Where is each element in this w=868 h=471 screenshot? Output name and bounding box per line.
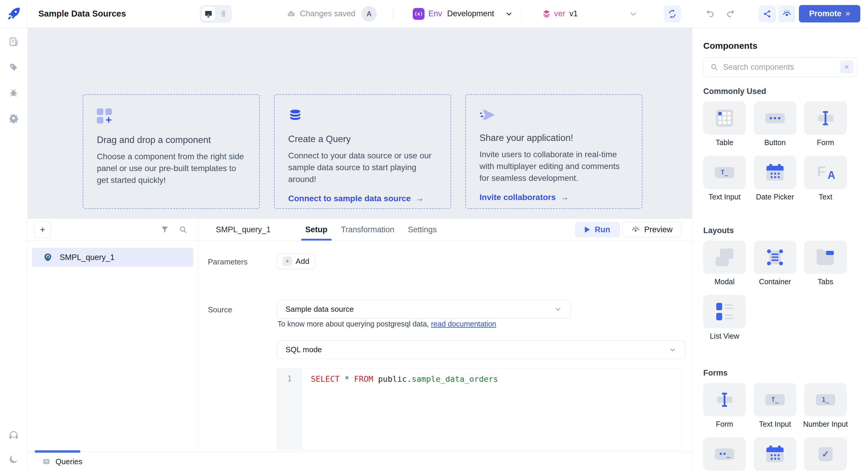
component-label: Number Input xyxy=(803,420,848,429)
component-date-picker[interactable]: Date Picker xyxy=(754,437,796,471)
connect-sample-data-source-link[interactable]: Connect to sample data source → xyxy=(288,194,436,203)
share-button[interactable] xyxy=(759,5,776,23)
date-picker-icon xyxy=(767,446,783,463)
component-password[interactable]: ••_ Password xyxy=(703,437,746,471)
component-label: Button xyxy=(764,138,786,147)
sql-keyword-from: FROM xyxy=(354,374,378,384)
component-text-input[interactable]: T_ Text Input xyxy=(754,383,796,429)
sql-code-line[interactable]: SELECT * FROM public.sample_data_orders xyxy=(302,369,682,449)
avatar[interactable]: A xyxy=(361,6,377,22)
component-container[interactable]: Container xyxy=(754,240,796,286)
dark-mode-moon-icon[interactable] xyxy=(7,453,20,466)
queries-bottom-tab[interactable]: Queries xyxy=(42,452,82,471)
component-label: Form xyxy=(716,420,733,429)
settings-gear-icon[interactable] xyxy=(7,112,20,125)
tab-setup[interactable]: Setup xyxy=(305,219,328,240)
invite-collaborators-link[interactable]: Invite collaborators → xyxy=(479,193,628,202)
search-icon xyxy=(710,63,718,71)
search-icon[interactable] xyxy=(179,225,187,234)
line-number-gutter: 1 xyxy=(277,369,302,449)
tab-settings[interactable]: Settings xyxy=(408,219,437,240)
modal-icon xyxy=(715,248,734,267)
queries-tray-icon xyxy=(42,457,51,466)
debugger-icon[interactable] xyxy=(7,86,20,99)
mobile-view-toggle[interactable] xyxy=(216,7,230,21)
source-select[interactable]: Sample data source xyxy=(277,300,571,319)
tab-transformation[interactable]: Transformation xyxy=(341,219,395,240)
doc-hint-text: To know more about querying postgresql d… xyxy=(278,320,431,328)
add-parameter-button[interactable]: + Add xyxy=(277,253,315,269)
component-label: Text Input xyxy=(759,420,791,429)
promote-button[interactable]: Promote » xyxy=(799,5,860,23)
sql-keyword-select: SELECT xyxy=(311,374,345,384)
inspector-icon[interactable] xyxy=(7,61,20,74)
app-logo[interactable] xyxy=(0,0,27,28)
component-table[interactable]: Table xyxy=(703,101,746,147)
component-text[interactable]: FA Text xyxy=(804,156,847,201)
query-list-item[interactable]: SMPL_query_1 xyxy=(32,248,193,267)
play-icon xyxy=(585,227,590,233)
release-sync-button[interactable] xyxy=(664,5,681,23)
clear-search-button[interactable]: × xyxy=(840,61,853,73)
password-icon: ••_ xyxy=(715,448,734,460)
component-text-input[interactable]: T_ Text Input xyxy=(703,156,746,201)
sql-star-token: * xyxy=(345,374,354,384)
history-actions xyxy=(704,0,737,28)
hint-card-title: Drag and drop a component xyxy=(97,135,245,145)
chevron-down-icon xyxy=(554,305,562,314)
undo-icon[interactable] xyxy=(704,7,717,20)
environment-selector[interactable]: (x) Env Development xyxy=(413,0,514,28)
component-checkbox[interactable]: ✓ Checkbox xyxy=(804,437,847,471)
preview-query-button[interactable]: Preview xyxy=(622,222,681,237)
query-editor-header: SMPL_query_1 Setup Transformation Settin… xyxy=(198,219,692,241)
text-input-icon: T_ xyxy=(715,167,734,178)
component-label: Form xyxy=(817,138,834,147)
hint-card-create-query: Create a Query Connect to your data sour… xyxy=(274,94,451,209)
sql-code-editor[interactable]: 1 SELECT * FROM public.sample_data_order… xyxy=(277,368,682,450)
component-label: Modal xyxy=(714,277,735,286)
component-label: Text Input xyxy=(709,193,740,201)
desktop-view-toggle[interactable] xyxy=(202,7,215,21)
component-form[interactable]: Form xyxy=(703,383,746,429)
date-picker-icon xyxy=(767,164,783,181)
add-label: Add xyxy=(296,257,309,266)
filter-icon[interactable] xyxy=(160,225,169,234)
eye-icon xyxy=(782,9,792,19)
hint-card-drag-drop: + Drag and drop a component Choose a com… xyxy=(83,94,260,209)
form-icon xyxy=(816,109,835,128)
chevron-down-icon xyxy=(504,9,514,18)
cloud-check-icon xyxy=(286,9,296,19)
hint-card-body: Choose a component from the right side p… xyxy=(97,151,245,186)
component-label: Date Picker xyxy=(756,193,794,201)
component-button[interactable]: Button xyxy=(754,101,796,147)
components-search-input[interactable] xyxy=(723,63,840,72)
env-value: Development xyxy=(447,9,494,18)
read-documentation-link[interactable]: read documentation xyxy=(431,320,496,328)
component-list-view[interactable]: List View xyxy=(703,295,746,341)
app-preview-button[interactable] xyxy=(778,5,795,23)
component-label: Table xyxy=(716,138,733,147)
section-title-commonly-used: Commonly Used xyxy=(703,87,857,96)
redo-icon[interactable] xyxy=(724,7,737,20)
line-number: 1 xyxy=(287,374,292,383)
support-headset-icon[interactable] xyxy=(7,429,20,441)
component-modal[interactable]: Modal xyxy=(703,240,746,286)
component-tabs[interactable]: Tabs xyxy=(804,240,847,286)
component-form[interactable]: Form xyxy=(804,101,847,147)
component-date-picker[interactable]: Date Picker xyxy=(754,156,796,201)
run-query-button[interactable]: Run xyxy=(575,222,620,237)
pages-icon[interactable] xyxy=(7,35,20,49)
env-icon: (x) xyxy=(413,8,425,20)
app-canvas[interactable]: + Drag and drop a component Choose a com… xyxy=(28,28,692,218)
add-query-button[interactable]: + xyxy=(34,221,51,238)
form-icon xyxy=(715,390,734,409)
version-selector[interactable]: ver v1 xyxy=(542,0,578,28)
component-number-input[interactable]: 1_ Number Input xyxy=(804,383,847,429)
hint-card-title: Share your application! xyxy=(479,133,628,143)
version-chevron-down-icon[interactable] xyxy=(628,9,638,19)
left-sidebar xyxy=(0,28,27,471)
monitor-icon xyxy=(204,9,213,18)
query-mode-select[interactable]: SQL mode xyxy=(277,341,685,359)
query-list-header: + xyxy=(28,219,198,241)
query-mode-value: SQL mode xyxy=(285,345,322,354)
